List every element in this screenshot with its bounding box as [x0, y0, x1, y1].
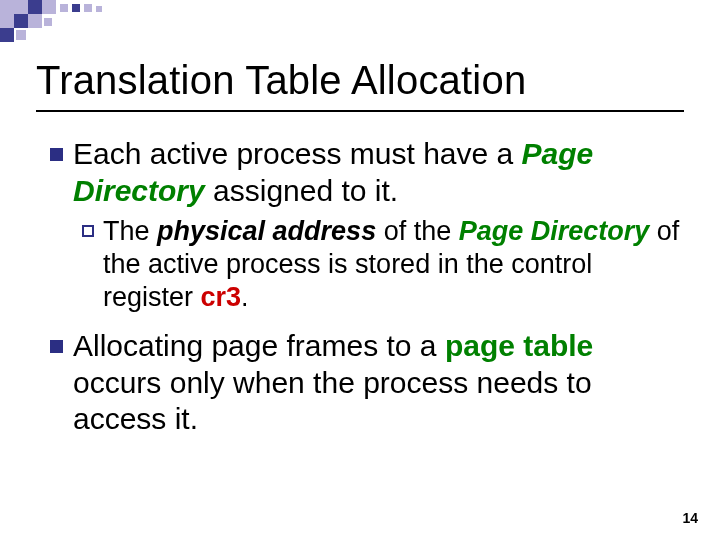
s1-t1: The — [103, 216, 157, 246]
bullet-square-icon — [50, 340, 63, 353]
hollow-square-icon — [82, 225, 94, 237]
sub-bullet-1: The physical address of the Page Directo… — [82, 215, 680, 314]
bullet-2-text: Allocating page frames to a page table o… — [73, 328, 680, 438]
title-underline — [36, 110, 684, 112]
slide-body: Each active process must have a Page Dir… — [50, 136, 680, 442]
s1-t6: cr3 — [201, 282, 242, 312]
s1-t7: . — [241, 282, 249, 312]
b1-post: assigned to it. — [205, 174, 398, 207]
b2-em: page table — [445, 329, 593, 362]
b2-post: occurs only when the process needs to ac… — [73, 366, 592, 436]
s1-t3: of the — [376, 216, 459, 246]
slide-title: Translation Table Allocation — [36, 58, 526, 103]
page-number: 14 — [682, 510, 698, 526]
bullet-1: Each active process must have a Page Dir… — [50, 136, 680, 209]
sub-bullet-1-text: The physical address of the Page Directo… — [103, 215, 680, 314]
corner-decoration — [0, 0, 180, 40]
s1-t4: Page Directory — [459, 216, 650, 246]
b2-pre: Allocating page frames to a — [73, 329, 445, 362]
s1-t2: physical address — [157, 216, 376, 246]
bullet-2: Allocating page frames to a page table o… — [50, 328, 680, 438]
bullet-1-text: Each active process must have a Page Dir… — [73, 136, 680, 209]
bullet-square-icon — [50, 148, 63, 161]
b1-pre: Each active process must have a — [73, 137, 522, 170]
